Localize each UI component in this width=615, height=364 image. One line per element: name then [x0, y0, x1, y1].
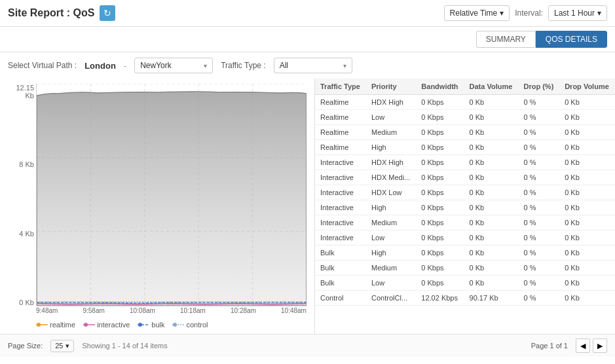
cell-4-0: Interactive	[315, 155, 366, 170]
cell-13-5: 0 Kb	[559, 291, 615, 306]
interval-label: Interval:	[515, 9, 543, 18]
y-label-1: 8 Kb	[8, 160, 34, 168]
cell-1-1: Low	[366, 110, 416, 125]
table-header: Traffic Type Priority Bandwidth Data Vol…	[315, 79, 615, 95]
cell-10-1: High	[366, 246, 416, 261]
cell-1-0: Realtime	[315, 110, 366, 125]
cell-13-1: ControlCl...	[366, 291, 416, 306]
cell-12-2: 0 Kbps	[416, 276, 464, 291]
table-row: RealtimeHDX High0 Kbps0 Kb0 %0 Kb	[315, 95, 615, 110]
page-size-arrow: ▾	[65, 342, 69, 350]
cell-4-5: 0 Kb	[559, 155, 615, 170]
tab-bar: SUMMARY QOS DETAILS	[0, 27, 615, 52]
cell-12-4: 0 %	[518, 276, 559, 291]
cell-9-1: Low	[366, 230, 416, 246]
table-row: InteractiveHDX Medi...0 Kbps0 Kb0 %0 Kb	[315, 170, 615, 185]
cell-12-0: Bulk	[315, 276, 366, 291]
x-label-0: 9:48am	[36, 307, 58, 314]
table-row: InteractiveHDX High0 Kbps0 Kb0 %0 Kb	[315, 155, 615, 170]
cell-0-5: 0 Kb	[559, 95, 615, 110]
legend-interactive-icon	[83, 322, 95, 327]
footer: Page Size: 25 ▾ Showing 1 - 14 of 14 ite…	[0, 334, 615, 357]
destination-arrow: ▾	[204, 62, 207, 69]
traffic-type-label: Traffic Type :	[221, 61, 265, 70]
x-label-3: 10:18am	[180, 307, 206, 314]
cell-8-1: Medium	[366, 215, 416, 230]
header-right: Relative Time ▾ Interval: Last 1 Hour ▾	[444, 5, 607, 21]
cell-11-4: 0 %	[518, 261, 559, 276]
col-bandwidth: Bandwidth	[416, 79, 464, 95]
col-traffic-type: Traffic Type	[315, 79, 366, 95]
cell-13-2: 12.02 Kbps	[416, 291, 464, 306]
cell-12-1: Low	[366, 276, 416, 291]
table-row: InteractiveHigh0 Kbps0 Kb0 %0 Kb	[315, 200, 615, 215]
y-label-3: 0 Kb	[8, 299, 34, 306]
cell-5-1: HDX Medi...	[366, 170, 416, 185]
page-size-select[interactable]: 25 ▾	[50, 340, 74, 352]
cell-4-4: 0 %	[518, 155, 559, 170]
cell-13-0: Control	[315, 291, 366, 306]
cell-9-2: 0 Kbps	[416, 230, 464, 246]
table-body: RealtimeHDX High0 Kbps0 Kb0 %0 KbRealtim…	[315, 95, 615, 306]
legend-interactive-label: interactive	[97, 321, 130, 329]
legend-control-icon	[172, 322, 184, 327]
col-drop-volume: Drop Volume	[559, 79, 615, 95]
cell-11-3: 0 Kb	[464, 261, 519, 276]
cell-2-2: 0 Kbps	[416, 125, 464, 140]
interval-selector[interactable]: Last 1 Hour ▾	[548, 5, 607, 21]
refresh-button[interactable]: ↻	[100, 5, 115, 21]
page-size-value: 25	[55, 342, 63, 350]
cell-7-4: 0 %	[518, 200, 559, 215]
cell-6-1: HDX Low	[366, 185, 416, 200]
table-area: Traffic Type Priority Bandwidth Data Vol…	[314, 79, 615, 334]
cell-5-3: 0 Kb	[464, 170, 519, 185]
cell-13-4: 0 %	[518, 291, 559, 306]
destination-dropdown[interactable]: NewYork ▾	[134, 58, 213, 73]
cell-7-1: High	[366, 200, 416, 215]
time-selector-arrow: ▾	[500, 9, 504, 18]
cell-2-1: Medium	[366, 125, 416, 140]
time-selector[interactable]: Relative Time ▾	[444, 5, 510, 21]
table-row: RealtimeMedium0 Kbps0 Kb0 %0 Kb	[315, 125, 615, 140]
chart-y-labels: 12.15 Kb 8 Kb 4 Kb 0 Kb	[8, 84, 34, 306]
cell-3-2: 0 Kbps	[416, 140, 464, 155]
tab-summary[interactable]: SUMMARY	[476, 31, 536, 48]
table-row: RealtimeLow0 Kbps0 Kb0 %0 Kb	[315, 110, 615, 125]
cell-3-5: 0 Kb	[559, 140, 615, 155]
cell-6-2: 0 Kbps	[416, 185, 464, 200]
table-row: InteractiveLow0 Kbps0 Kb0 %0 Kb	[315, 230, 615, 246]
controls: Select Virtual Path : London - NewYork ▾…	[0, 52, 615, 79]
cell-1-2: 0 Kbps	[416, 110, 464, 125]
main-content: 12.15 Kb 8 Kb 4 Kb 0 Kb	[0, 79, 615, 334]
table-row: ControlControlCl...12.02 Kbps90.17 Kb0 %…	[315, 291, 615, 306]
chart-x-labels: 9:48am 9:58am 10:08am 10:18am 10:28am 10…	[36, 307, 307, 314]
virtual-path-label: Select Virtual Path :	[8, 61, 77, 70]
pagination: ◀ ▶	[576, 338, 607, 353]
tab-qos-details[interactable]: QOS DETAILS	[536, 31, 607, 48]
cell-10-4: 0 %	[518, 246, 559, 261]
legend-bulk: bulk	[138, 321, 164, 329]
cell-8-5: 0 Kb	[559, 215, 615, 230]
cell-11-0: Bulk	[315, 261, 366, 276]
data-table: Traffic Type Priority Bandwidth Data Vol…	[315, 79, 615, 306]
destination-value: NewYork	[140, 61, 172, 70]
cell-6-5: 0 Kb	[559, 185, 615, 200]
x-label-1: 9:58am	[83, 307, 104, 314]
table-row: InteractiveHDX Low0 Kbps0 Kb0 %0 Kb	[315, 185, 615, 200]
cell-10-2: 0 Kbps	[416, 246, 464, 261]
cell-2-0: Realtime	[315, 125, 366, 140]
header: Site Report : QoS ↻ Relative Time ▾ Inte…	[0, 0, 615, 27]
y-label-2: 4 Kb	[8, 230, 34, 238]
chart-area: 12.15 Kb 8 Kb 4 Kb 0 Kb	[0, 79, 314, 334]
prev-page-button[interactable]: ◀	[576, 338, 590, 353]
cell-3-1: High	[366, 140, 416, 155]
cell-6-0: Interactive	[315, 185, 366, 200]
cell-10-3: 0 Kb	[464, 246, 519, 261]
cell-5-0: Interactive	[315, 170, 366, 185]
next-page-button[interactable]: ▶	[593, 338, 607, 353]
traffic-type-dropdown[interactable]: All ▾	[274, 58, 352, 73]
interval-selector-arrow: ▾	[597, 9, 601, 18]
cell-1-3: 0 Kb	[464, 110, 519, 125]
legend-control-label: control	[186, 321, 208, 329]
page-text: Page 1 of 1	[531, 342, 568, 350]
